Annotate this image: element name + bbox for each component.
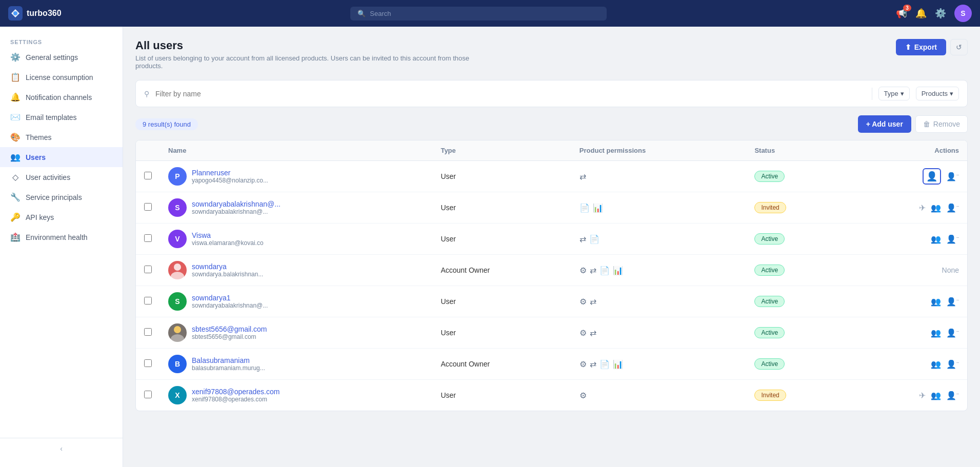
send-invite-8[interactable]: ✈	[919, 391, 926, 400]
row-checkbox-2[interactable]	[144, 203, 152, 211]
perm-icon-settings: ⚙	[579, 328, 587, 338]
row-checkbox-cell-7[interactable]	[136, 349, 160, 380]
status-badge-8: Invited	[754, 390, 786, 401]
table-row: sbtest5656@gmail.com sbtest5656@gmail.co…	[136, 317, 967, 349]
row-checkbox-1[interactable]	[144, 172, 152, 179]
user-email-8: xenif97808@operades.com	[192, 396, 279, 403]
row-checkbox-7[interactable]	[144, 359, 152, 367]
remove-user-1[interactable]: 👤–	[946, 172, 959, 181]
svg-point-4	[174, 326, 181, 333]
sidebar-item-environment-health[interactable]: 🏥 Environment health	[0, 227, 123, 247]
row-checkbox-cell-4[interactable]	[136, 255, 160, 286]
user-name-3[interactable]: Viswa	[192, 231, 264, 239]
user-name-4[interactable]: sowndarya	[192, 262, 263, 271]
sidebar-item-general-settings[interactable]: ⚙️ General settings	[0, 47, 123, 67]
refresh-button[interactable]: ↺	[950, 39, 968, 55]
filter-input[interactable]	[155, 90, 866, 98]
user-name-2[interactable]: sowndaryabalakrishnan@...	[192, 200, 281, 208]
sidebar-item-label: Email templates	[26, 113, 77, 121]
row-checkbox-6[interactable]	[144, 328, 152, 336]
row-checkbox-cell-6[interactable]	[136, 317, 160, 349]
row-checkbox-cell-8[interactable]	[136, 380, 160, 411]
products-filter-chevron: ▾	[950, 90, 953, 97]
sidebar-item-themes[interactable]: 🎨 Themes	[0, 127, 123, 147]
svg-point-2	[174, 263, 181, 271]
users-tbody: P Planneruser yapogo4458@nolanzip.co... …	[136, 161, 967, 411]
search-bar[interactable]: 🔍 Search	[350, 7, 607, 21]
perm-icon-doc: 📄	[599, 266, 610, 275]
edit-user-7[interactable]: 👥	[931, 359, 941, 369]
collapse-icon: ‹	[60, 444, 63, 453]
edit-user-8[interactable]: 👥	[931, 391, 941, 400]
user-avatar-6	[168, 323, 187, 342]
perm-icon-settings: ⚙	[579, 359, 587, 369]
type-filter-dropdown[interactable]: Type ▾	[878, 87, 910, 100]
add-user-button[interactable]: + Add user	[858, 115, 911, 133]
user-name-1[interactable]: Planneruser	[192, 169, 268, 177]
user-avatar-3: V	[168, 230, 187, 248]
row-actions-cell-4: None	[848, 255, 967, 286]
products-filter-dropdown[interactable]: Products ▾	[916, 87, 959, 100]
sidebar-item-notification-channels[interactable]: 🔔 Notification channels	[0, 87, 123, 107]
remove-user-7[interactable]: 👤–	[946, 359, 959, 369]
perm-icon-arrows: ⇄	[590, 359, 596, 369]
user-name-6[interactable]: sbtest5656@gmail.com	[192, 325, 267, 333]
status-badge-2: Invited	[754, 202, 786, 213]
remove-user-8[interactable]: 👤–	[946, 391, 959, 400]
edit-user-highlighted-1[interactable]: 👤	[923, 168, 941, 185]
user-avatar[interactable]: S	[954, 5, 972, 22]
row-checkbox-cell-1[interactable]	[136, 161, 160, 192]
remove-user-3[interactable]: 👤–	[946, 234, 959, 244]
sidebar-item-users[interactable]: 👥 Users	[0, 147, 123, 167]
sidebar-collapse-button[interactable]: ‹	[0, 438, 123, 459]
edit-user-2[interactable]: 👥	[931, 203, 941, 213]
row-status-cell-5: Active	[746, 286, 848, 317]
edit-user-5[interactable]: 👥	[931, 297, 941, 307]
status-badge-5: Active	[754, 296, 785, 307]
type-filter-label: Type	[884, 90, 898, 97]
user-name-7[interactable]: Balasubramaniam	[192, 356, 265, 364]
table-row: P Planneruser yapogo4458@nolanzip.co... …	[136, 161, 967, 192]
perm-icon-settings: ⚙	[579, 391, 587, 400]
export-button[interactable]: ⬆ Export	[896, 39, 946, 55]
perm-icon-doc: 📄	[589, 234, 599, 244]
user-name-5[interactable]: sowndarya1	[192, 294, 268, 302]
row-type-cell-2: User	[432, 192, 571, 224]
row-checkbox-cell-5[interactable]	[136, 286, 160, 317]
row-checkbox-cell-3[interactable]	[136, 224, 160, 255]
row-checkbox-4[interactable]	[144, 266, 152, 273]
row-checkbox-5[interactable]	[144, 297, 152, 304]
remove-button[interactable]: 🗑 Remove	[915, 115, 968, 133]
main-content: All users List of users belonging to you…	[123, 27, 980, 467]
sidebar-item-service-principals[interactable]: 🔧 Service principals	[0, 187, 123, 207]
user-name-8[interactable]: xenif97808@operades.com	[192, 388, 279, 396]
alert-icon: 🔔	[915, 8, 927, 18]
settings-button[interactable]: ⚙️	[935, 8, 946, 19]
topnav: turbo360 🔍 Search 📢 3 🔔 ⚙️ S	[0, 0, 980, 27]
sidebar-item-license-consumption[interactable]: 📋 License consumption	[0, 67, 123, 87]
results-row: 9 result(s) found + Add user 🗑 Remove	[135, 115, 968, 133]
edit-user-3[interactable]: 👥	[931, 234, 941, 244]
remove-user-2[interactable]: 👤–	[946, 203, 959, 213]
sidebar-item-api-keys[interactable]: 🔑 API keys	[0, 207, 123, 227]
logo[interactable]: turbo360	[8, 6, 62, 21]
status-badge-6: Active	[754, 327, 785, 338]
col-name: Name	[160, 140, 432, 161]
row-type-cell-5: User	[432, 286, 571, 317]
sidebar-item-email-templates[interactable]: ✉️ Email templates	[0, 107, 123, 127]
perm-icon-settings: ⚙	[579, 297, 587, 307]
row-checkbox-cell-2[interactable]	[136, 192, 160, 224]
notifications-button[interactable]: 📢 3	[896, 8, 907, 19]
row-perms-cell-1: ⇄	[571, 161, 747, 192]
alerts-button[interactable]: 🔔	[915, 8, 927, 19]
row-status-cell-8: Invited	[746, 380, 848, 411]
row-checkbox-3[interactable]	[144, 234, 152, 242]
user-email-4: sowndarya.balakrishnan...	[192, 271, 263, 278]
send-invite-2[interactable]: ✈	[919, 203, 926, 213]
edit-user-6[interactable]: 👥	[931, 328, 941, 338]
sidebar-item-user-activities[interactable]: ◇ User activities	[0, 167, 123, 187]
row-checkbox-8[interactable]	[144, 391, 152, 398]
svg-point-3	[171, 272, 184, 279]
remove-user-5[interactable]: 👤–	[946, 297, 959, 307]
remove-user-6[interactable]: 👤–	[946, 328, 959, 338]
